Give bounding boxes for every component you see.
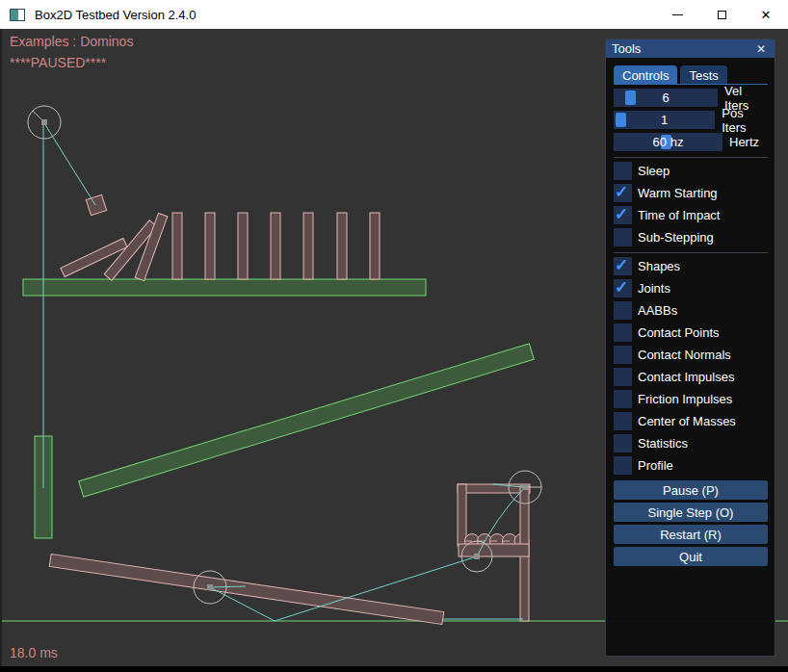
pause-button[interactable]: Pause (P) — [614, 480, 768, 500]
vel-iters-slider[interactable]: 6 — [614, 89, 718, 107]
domino[interactable] — [370, 213, 380, 279]
restart-button[interactable]: Restart (R) — [614, 525, 768, 544]
tab-tests[interactable]: Tests — [680, 65, 726, 84]
checkbox-label: Statistics — [638, 436, 688, 451]
minimize-icon — [672, 14, 683, 15]
swinging-box[interactable] — [86, 194, 106, 215]
app-window: Box2D Testbed Version 2.4.0 ✕ — [0, 0, 788, 672]
checkbox[interactable]: ✓ — [614, 412, 632, 430]
checkbox[interactable]: ✓ — [614, 228, 632, 246]
hertz-slider[interactable]: 60 hz — [614, 133, 722, 151]
panel-buttons: Pause (P) Single Step (O) Restart (R) Qu… — [614, 480, 768, 566]
tools-panel-title: Tools — [612, 41, 753, 56]
frame-shelf[interactable] — [459, 544, 529, 556]
checkbox-sub-stepping[interactable]: ✓ Sub-Stepping — [614, 228, 768, 246]
pos-iters-slider[interactable]: 1 — [614, 111, 715, 129]
checkbox-joints[interactable]: ✓ Joints — [614, 279, 768, 297]
frame-left-bar[interactable] — [458, 484, 466, 546]
checkbox-profile[interactable]: ✓ Profile — [614, 456, 768, 475]
checkbox-sleep[interactable]: ✓ Sleep — [614, 162, 768, 180]
checkbox[interactable]: ✓ — [614, 162, 632, 180]
slider-row-hertz: 60 hz Hertz — [614, 133, 768, 151]
close-button[interactable]: ✕ — [744, 0, 788, 29]
checkbox[interactable]: ✓ — [614, 368, 632, 386]
checkbox[interactable]: ✓ — [614, 279, 632, 297]
domino[interactable] — [271, 213, 280, 279]
window-title: Box2D Testbed Version 2.4.0 — [35, 8, 196, 22]
maximize-button[interactable] — [699, 0, 744, 29]
checkbox-label: Sleep — [638, 164, 670, 178]
frame-top-bar[interactable] — [458, 484, 530, 493]
tools-panel: Tools ✕ Controls Tests 6 Vel Iters 1 — [605, 39, 775, 657]
checkbox-shapes[interactable]: ✓ Shapes — [614, 257, 768, 275]
seesaw-plank[interactable] — [49, 554, 443, 624]
hertz-label: Hertz — [729, 135, 759, 149]
frame-time: 18.0 ms — [10, 645, 58, 660]
checkbox-label: Joints — [638, 281, 670, 296]
platform-shelf — [23, 279, 426, 296]
panel-close-button[interactable]: ✕ — [753, 41, 769, 57]
distance-joint — [44, 123, 95, 205]
check-icon: ✓ — [615, 255, 628, 275]
example-title: Examples : Dominos — [10, 34, 133, 49]
checkbox-friction-impulses[interactable]: ✓ Friction Impulses — [614, 390, 768, 408]
joint-anchors — [41, 119, 528, 590]
pos-iters-value: 1 — [614, 111, 715, 129]
domino[interactable] — [303, 213, 313, 279]
checkbox-contact-points[interactable]: ✓ Contact Points — [614, 323, 768, 342]
checkbox-label: Contact Points — [638, 325, 720, 340]
checkbox[interactable]: ✓ — [614, 390, 632, 408]
checkbox[interactable]: ✓ — [614, 257, 632, 275]
checkbox[interactable]: ✓ — [614, 206, 632, 224]
checkbox-contact-normals[interactable]: ✓ Contact Normals — [614, 346, 768, 364]
pos-iters-label: Pos Iters — [722, 106, 768, 135]
check-icon: ✓ — [615, 277, 628, 297]
checkbox-statistics[interactable]: ✓ Statistics — [614, 434, 768, 452]
green-ramp — [79, 344, 535, 497]
checkbox-warm-starting[interactable]: ✓ Warm Starting — [614, 184, 768, 202]
hertz-value: 60 hz — [614, 133, 722, 151]
checkbox[interactable]: ✓ — [614, 301, 632, 320]
app-icon — [10, 9, 25, 21]
checkbox[interactable]: ✓ — [614, 184, 632, 202]
checkbox-time-of-impact[interactable]: ✓ Time of Impact — [614, 206, 768, 224]
panel-tabbar: Controls Tests — [614, 65, 768, 85]
checkbox-label: Warm Starting — [638, 186, 718, 200]
tools-panel-titlebar[interactable]: Tools ✕ — [606, 39, 775, 58]
slider-row-vel-iters: 6 Vel Iters — [614, 89, 768, 107]
check-icon: ✓ — [615, 182, 628, 202]
checkbox-contact-impulses[interactable]: ✓ Contact Impulses — [614, 368, 768, 386]
slider-row-pos-iters: 1 Pos Iters — [614, 111, 768, 129]
domino[interactable] — [172, 213, 182, 279]
checkbox-aabbs[interactable]: ✓ AABBs — [614, 301, 768, 320]
quit-button[interactable]: Quit — [614, 547, 768, 566]
vel-iters-value: 6 — [614, 89, 718, 107]
checkbox-label: Profile — [638, 458, 673, 473]
check-icon: ✓ — [615, 204, 628, 224]
dynamic-bodies[interactable] — [49, 194, 530, 624]
checkbox[interactable]: ✓ — [614, 346, 632, 364]
checkbox[interactable]: ✓ — [614, 456, 632, 475]
domino[interactable] — [337, 213, 347, 279]
checkbox-center-of-masses[interactable]: ✓ Center of Masses — [614, 412, 768, 430]
checkbox[interactable]: ✓ — [614, 323, 632, 342]
single-step-button[interactable]: Single Step (O) — [614, 503, 768, 522]
checkbox-label: Friction Impulses — [638, 392, 732, 406]
checkbox-label: Shapes — [638, 259, 680, 273]
paused-indicator: ****PAUSED**** — [10, 55, 106, 70]
checkbox-label: Contact Impulses — [638, 370, 734, 384]
close-icon: ✕ — [761, 9, 772, 21]
domino[interactable] — [238, 213, 248, 279]
window-titlebar[interactable]: Box2D Testbed Version 2.4.0 ✕ — [0, 0, 788, 29]
separator — [614, 157, 768, 158]
checkbox-label: Center of Masses — [638, 414, 736, 428]
domino[interactable] — [205, 213, 215, 279]
tab-controls[interactable]: Controls — [614, 65, 677, 84]
maximize-icon — [718, 11, 726, 19]
minimize-button[interactable] — [655, 0, 699, 29]
checkbox-label: Contact Normals — [638, 348, 731, 362]
checkbox-label: Time of Impact — [638, 208, 720, 222]
checkbox[interactable]: ✓ — [614, 434, 632, 452]
separator — [614, 252, 768, 253]
checkbox-label: AABBs — [638, 303, 677, 318]
